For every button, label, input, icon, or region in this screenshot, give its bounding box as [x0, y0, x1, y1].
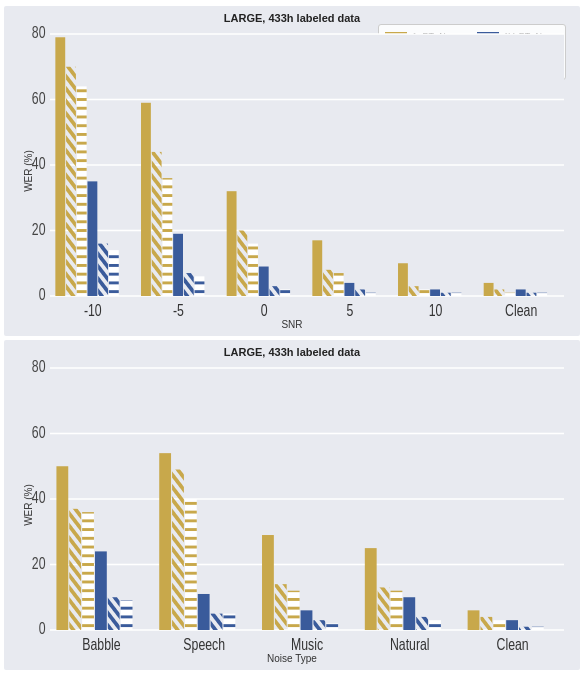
bar	[98, 244, 108, 296]
bar	[416, 617, 428, 630]
chart-svg-1: 020406080BabbleSpeechMusicNaturalClean	[50, 368, 564, 630]
bar	[262, 535, 274, 630]
svg-text:40: 40	[32, 489, 46, 507]
bar	[344, 283, 354, 296]
svg-text:20: 20	[32, 220, 46, 238]
x-axis-label-0: SNR	[4, 319, 580, 330]
bar	[537, 293, 547, 296]
svg-text:-5: -5	[173, 302, 184, 320]
chart-panel-1: LARGE, 433h labeled dataWER (%)Noise Typ…	[4, 340, 580, 670]
chart-panel-0: LARGE, 433h labeled dataWER (%)SNRA, PT=…	[4, 6, 580, 336]
bar	[184, 273, 194, 296]
svg-text:Speech: Speech	[183, 636, 225, 654]
bar	[87, 181, 97, 296]
bar	[505, 293, 515, 296]
bar	[391, 591, 403, 630]
svg-text:80: 80	[32, 24, 46, 42]
svg-text:5: 5	[346, 302, 353, 320]
svg-text:0: 0	[39, 286, 46, 304]
bar	[313, 620, 325, 630]
bar	[365, 548, 377, 630]
bar	[237, 231, 247, 297]
svg-text:Babble: Babble	[82, 636, 120, 654]
bar	[172, 470, 184, 630]
svg-text:Natural: Natural	[390, 636, 430, 654]
bar	[323, 270, 333, 296]
bar	[366, 293, 376, 296]
bar	[66, 67, 76, 296]
bar	[409, 286, 419, 296]
bar	[516, 289, 526, 296]
bar	[248, 244, 258, 296]
bar	[519, 627, 531, 630]
bar	[141, 103, 151, 296]
bar	[334, 273, 344, 296]
bar	[480, 617, 492, 630]
bar	[227, 191, 237, 296]
plot-area-0: 020406080-10-50510Clean	[50, 34, 564, 296]
chart-title-1: LARGE, 433h labeled data	[4, 346, 580, 358]
bar	[398, 263, 408, 296]
bar	[484, 283, 494, 296]
bar	[223, 614, 235, 630]
bar	[532, 627, 544, 630]
bar	[195, 276, 205, 296]
bar	[280, 289, 290, 296]
bar	[121, 601, 133, 630]
bar	[419, 289, 429, 296]
svg-text:60: 60	[32, 423, 46, 441]
bar	[312, 240, 322, 296]
bar	[259, 267, 269, 296]
bar	[506, 620, 518, 630]
bar	[77, 86, 87, 296]
svg-text:10: 10	[429, 302, 443, 320]
svg-text:60: 60	[32, 89, 46, 107]
bar	[301, 610, 313, 630]
bar	[95, 551, 107, 630]
bar	[270, 286, 280, 296]
chart-svg-0: 020406080-10-50510Clean	[50, 34, 564, 296]
bar	[493, 620, 505, 630]
svg-text:Music: Music	[291, 636, 323, 654]
bar	[108, 597, 120, 630]
svg-text:Clean: Clean	[497, 636, 529, 654]
bar	[288, 591, 300, 630]
chart-title-0: LARGE, 433h labeled data	[4, 12, 580, 24]
bar	[403, 597, 415, 630]
bar	[452, 293, 462, 296]
svg-text:40: 40	[32, 155, 46, 173]
bar	[494, 289, 504, 296]
bar	[275, 584, 287, 630]
bar	[198, 594, 210, 630]
svg-text:-10: -10	[84, 302, 102, 320]
svg-text:Clean: Clean	[505, 302, 537, 320]
bar	[109, 250, 119, 296]
bar	[55, 37, 65, 296]
bar	[159, 453, 171, 630]
bar	[527, 293, 537, 296]
bar	[355, 289, 365, 296]
svg-text:0: 0	[261, 302, 268, 320]
bar	[211, 614, 223, 630]
bar	[162, 178, 172, 296]
bar	[430, 289, 440, 296]
svg-text:80: 80	[32, 358, 46, 376]
bar	[82, 512, 94, 630]
bar	[429, 620, 441, 630]
bar	[56, 466, 68, 630]
bar	[441, 293, 451, 296]
x-axis-label-1: Noise Type	[4, 653, 580, 664]
main-container: LARGE, 433h labeled dataWER (%)SNRA, PT=…	[0, 0, 584, 674]
bar	[185, 499, 197, 630]
svg-text:0: 0	[39, 620, 46, 638]
bar	[69, 509, 81, 630]
plot-area-1: 020406080BabbleSpeechMusicNaturalClean	[50, 368, 564, 630]
svg-text:20: 20	[32, 554, 46, 572]
bar	[173, 234, 183, 296]
bar	[326, 623, 338, 630]
bar	[378, 587, 390, 630]
bar	[468, 610, 480, 630]
bar	[152, 152, 162, 296]
